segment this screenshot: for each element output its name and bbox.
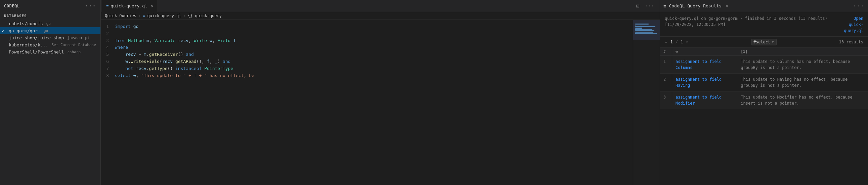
breadcrumb-file-icon: ≡ (143, 14, 145, 18)
breadcrumb-quick-queries[interactable]: Quick Queries (105, 14, 136, 18)
minimap-selection (633, 20, 660, 40)
check-icon-k8s (2, 43, 7, 47)
pagination-next-button[interactable]: » (686, 39, 688, 45)
sidebar-title: CODEQL (4, 4, 20, 8)
tab-more-button[interactable]: ··· (643, 2, 656, 10)
open-link-line2[interactable]: quick- (844, 22, 863, 28)
editor-tab-quick-query[interactable]: ≡ quick-query.ql × (102, 0, 158, 12)
tab-file-icon: ≡ (106, 4, 108, 8)
select-label: #select (753, 40, 771, 45)
results-table: # w [1] 1 assignment to fieldColumns Thi… (660, 48, 868, 185)
tab-actions: ⊡ ··· (632, 2, 658, 10)
line-numbers: 1 2 3 4 5 6 7 8 (101, 20, 111, 185)
sidebar: CODEQL ··· DATABASES cubefs/cubefs go ✓ … (0, 0, 101, 185)
db-name-k8s: kubernetes/k... (9, 43, 48, 47)
results-more-button[interactable]: ··· (853, 3, 865, 9)
sidebar-header: CODEQL ··· (0, 0, 100, 12)
sidebar-item-list: cubefs/cubefs go ✓ go-gorm/gorm go juice… (0, 20, 100, 56)
breadcrumb-file[interactable]: quick-query.ql (147, 14, 181, 18)
table-row: 2 assignment to fieldHaving This update … (660, 74, 868, 91)
pagination-prev-button[interactable]: « (665, 39, 668, 45)
code-editor[interactable]: import go from Method m, Variable recv, … (111, 20, 633, 185)
breadcrumb-sep-1: › (138, 14, 141, 18)
open-link-line1[interactable]: Open (844, 16, 863, 22)
results-info-bar: quick-query.ql on go-gorm/gorm - finishe… (660, 12, 868, 37)
check-icon-ps (2, 49, 7, 54)
col-header-1: [1] (737, 48, 868, 55)
open-link-line3[interactable]: query.ql (844, 28, 863, 34)
breadcrumb-symbol[interactable]: {} quick-query (188, 14, 222, 18)
sidebar-item-kubernetes[interactable]: kubernetes/k... Set Current Database (0, 42, 100, 48)
cell-desc-3: This update to Modifier has no effect, b… (737, 91, 868, 109)
pagination-total-pages: 1 (681, 40, 683, 45)
results-select-dropdown[interactable]: #select ▾ (751, 39, 777, 46)
editor-area: ≡ quick-query.ql × ⊡ ··· Quick Queries ›… (101, 0, 660, 185)
db-lang-ps: csharp (67, 50, 81, 54)
db-lang-go-gorm: go (44, 29, 48, 33)
sidebar-section-databases: DATABASES (0, 12, 100, 20)
results-panel: ≡ CodeQL Query Results × ··· quick-query… (660, 0, 868, 185)
pagination-left: « 1 / 1 » (665, 39, 689, 45)
breadcrumb-sep-2: › (183, 14, 186, 18)
results-count-label: 13 results (839, 40, 863, 45)
sidebar-item-juice-shop[interactable]: juice-shop/juice-shop javascript (0, 34, 100, 42)
breadcrumb-bar: Quick Queries › ≡ quick-query.ql › {} qu… (101, 12, 660, 20)
row-number-3: 3 (663, 95, 666, 100)
check-icon-juice (2, 35, 7, 41)
table-row: 1 assignment to fieldColumns This update… (660, 56, 868, 74)
pagination-separator: / (676, 40, 678, 45)
db-name-ps: PowerShell/PowerShell (9, 49, 64, 54)
sidebar-more-button[interactable]: ··· (85, 3, 96, 9)
db-lang-juice: javascript (67, 36, 89, 40)
results-close-button[interactable]: × (725, 3, 728, 9)
sidebar-item-cubefs[interactable]: cubefs/cubefs go (0, 20, 100, 27)
cell-row-num-1: 1 (660, 56, 672, 67)
sidebar-item-powershell[interactable]: PowerShell/PowerShell csharp (0, 48, 100, 55)
result-link-3[interactable]: assignment to fieldModifier (676, 94, 734, 106)
tab-label: quick-query.ql (111, 3, 148, 8)
minimap (633, 20, 660, 185)
cell-w-3: assignment to fieldModifier (672, 91, 737, 109)
results-info-text: quick-query.ql on go-gorm/gorm - finishe… (665, 16, 840, 28)
split-editor-button[interactable]: ⊡ (634, 2, 641, 10)
cell-desc-2: This update to Having has no effect, bec… (737, 74, 868, 91)
tab-bar: ≡ quick-query.ql × ⊡ ··· (101, 0, 660, 12)
pagination-current-page: 1 (670, 40, 673, 45)
tab-close-button[interactable]: × (151, 3, 154, 9)
editor-content: 1 2 3 4 5 6 7 8 import go from Method m,… (101, 20, 660, 185)
results-panel-icon: ≡ (663, 3, 666, 9)
cell-row-num-3: 3 (660, 91, 672, 103)
db-name-cubefs: cubefs/cubefs (9, 21, 43, 26)
results-table-header: # w [1] (660, 48, 868, 56)
db-name-go-gorm: go-gorm/gorm (9, 28, 40, 33)
db-lang-cubefs: go (46, 22, 51, 26)
result-link-2[interactable]: assignment to fieldHaving (676, 76, 734, 88)
check-icon (2, 21, 7, 26)
cell-w-1: assignment to fieldColumns (672, 56, 737, 73)
cell-desc-1: This update to Columns has no effect, be… (737, 56, 868, 73)
row-number-2: 2 (663, 77, 666, 82)
select-chevron-icon: ▾ (772, 40, 774, 45)
check-icon-active: ✓ (2, 28, 7, 33)
results-panel-title: CodeQL Query Results (669, 3, 721, 8)
db-name-juice: juice-shop/juice-shop (9, 35, 64, 41)
results-header-actions: ··· (853, 3, 865, 9)
results-pagination-bar: « 1 / 1 » #select ▾ 13 results (660, 37, 868, 48)
col-header-num: # (660, 48, 672, 55)
cell-row-num-2: 2 (660, 74, 672, 85)
sidebar-item-go-gorm[interactable]: ✓ go-gorm/gorm go (0, 27, 100, 34)
result-link-1[interactable]: assignment to fieldColumns (676, 58, 734, 71)
db-action-k8s: Set Current Database (52, 43, 96, 47)
table-row: 3 assignment to fieldModifier This updat… (660, 91, 868, 109)
col-header-w: w (672, 48, 737, 55)
results-open-link[interactable]: Open quick- query.ql (844, 16, 863, 34)
row-number-1: 1 (663, 59, 666, 64)
results-header: ≡ CodeQL Query Results × ··· (660, 0, 868, 12)
cell-w-2: assignment to fieldHaving (672, 74, 737, 91)
